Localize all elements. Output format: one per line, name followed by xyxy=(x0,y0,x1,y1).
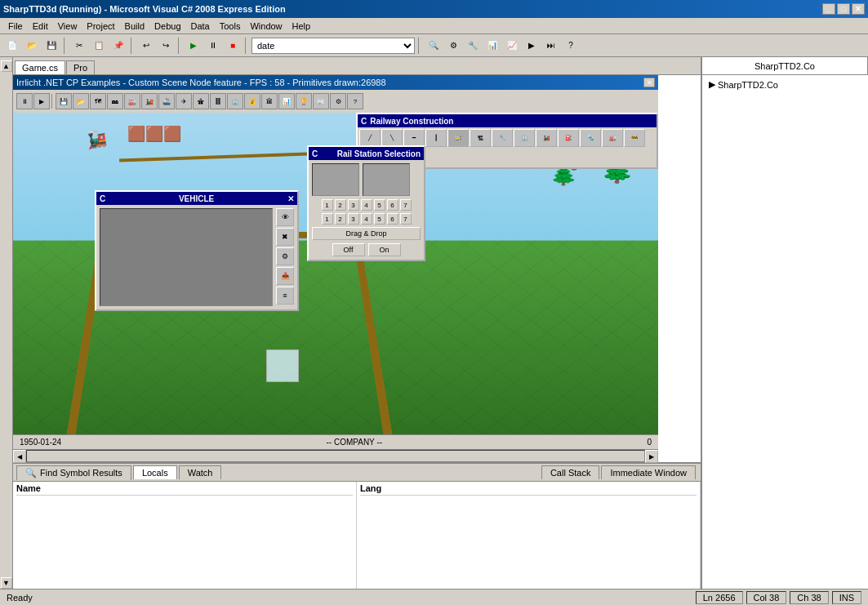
tb-btn-6[interactable]: ▶ xyxy=(523,37,541,55)
call-stack-tab[interactable]: Call Stack xyxy=(541,465,600,479)
nav-arrow-down[interactable]: ▼ xyxy=(1,577,12,589)
watch-tab[interactable]: Watch xyxy=(179,465,222,479)
menu-data[interactable]: Data xyxy=(186,20,215,33)
num-btn-1-2[interactable]: 2 xyxy=(335,199,346,211)
game-tb-ship[interactable]: 🚢 xyxy=(158,93,175,109)
num-btn-1-4[interactable]: 4 xyxy=(361,199,372,211)
game-tb-load[interactable]: 📂 xyxy=(73,93,89,109)
maximize-button[interactable]: □ xyxy=(837,3,850,15)
stop-button[interactable]: ■ xyxy=(224,37,242,55)
game-tb-news[interactable]: 📰 xyxy=(313,93,329,109)
tb-btn-4[interactable]: 📊 xyxy=(483,37,501,55)
rw-btn-10[interactable]: ⛽ xyxy=(558,129,579,147)
num-btn-2-4[interactable]: 4 xyxy=(361,213,372,225)
menu-file[interactable]: File xyxy=(3,20,28,33)
rw-btn-4[interactable]: ┃ xyxy=(425,129,447,147)
game-tb-graph[interactable]: 📊 xyxy=(278,93,295,109)
num-btn-1-3[interactable]: 3 xyxy=(348,199,359,211)
copy-button[interactable]: 📋 xyxy=(90,37,108,55)
num-btn-2-5[interactable]: 5 xyxy=(374,213,385,225)
game-tb-finance[interactable]: 💰 xyxy=(244,93,260,109)
tb-btn-8[interactable]: ? xyxy=(562,37,580,55)
game-tb-vehicle[interactable]: 🚂 xyxy=(141,93,158,109)
minimize-button[interactable]: _ xyxy=(822,3,835,15)
rw-btn-8[interactable]: 🏢 xyxy=(514,129,535,147)
solution-tree-item[interactable]: ▶ SharpTTD2.Co xyxy=(706,78,865,91)
nav-arrow-up[interactable]: ▲ xyxy=(1,60,12,72)
locals-tab[interactable]: Locals xyxy=(133,465,177,479)
scroll-left-btn[interactable]: ◀ xyxy=(13,450,26,463)
vehicle-edit-btn[interactable]: ✖ xyxy=(276,228,294,246)
redo-button[interactable]: ↪ xyxy=(157,37,175,55)
menu-build[interactable]: Build xyxy=(120,20,149,33)
menu-debug[interactable]: Debug xyxy=(149,20,185,33)
num-btn-1-6[interactable]: 6 xyxy=(387,199,398,211)
vehicle-view-btn[interactable]: 👁 xyxy=(276,208,294,226)
station-preview-2[interactable] xyxy=(363,163,410,196)
game-tb-map[interactable]: 🗺 xyxy=(90,93,106,109)
start-button[interactable]: ▶ xyxy=(185,37,203,55)
rw-btn-12[interactable]: 🏭 xyxy=(602,129,623,147)
tab-gamecs[interactable]: Game.cs xyxy=(15,60,65,74)
game-tb-plane[interactable]: ✈ xyxy=(176,93,192,109)
tb-btn-3[interactable]: 🔧 xyxy=(464,37,482,55)
game-tb-industry[interactable]: 🏭 xyxy=(124,93,140,109)
num-btn-2-7[interactable]: 7 xyxy=(400,213,412,225)
save-button[interactable]: 💾 xyxy=(42,37,60,55)
menu-help[interactable]: Help xyxy=(287,20,316,33)
rw-btn-11[interactable]: 🔩 xyxy=(580,129,601,147)
undo-button[interactable]: ↩ xyxy=(137,37,155,55)
rw-btn-3[interactable]: ━ xyxy=(403,129,425,147)
station-preview-1[interactable] xyxy=(312,163,359,196)
menu-edit[interactable]: Edit xyxy=(28,20,53,33)
on-button[interactable]: On xyxy=(368,243,401,256)
find-symbol-tab[interactable]: 🔍 Find Symbol Results xyxy=(16,465,131,480)
paste-button[interactable]: 📌 xyxy=(109,37,127,55)
vehicle-close-button[interactable]: ✕ xyxy=(287,194,294,203)
menu-tools[interactable]: Tools xyxy=(215,20,246,33)
rw-btn-1[interactable]: ╱ xyxy=(359,129,381,147)
game-tb-help[interactable]: ? xyxy=(347,93,363,109)
rw-btn-5[interactable]: 🚉 xyxy=(447,129,469,147)
open-button[interactable]: 📂 xyxy=(23,37,41,55)
drag-drop-button[interactable]: Drag & Drop xyxy=(312,227,421,240)
game-tb-pause[interactable]: ⏸ xyxy=(16,93,33,109)
rw-btn-2[interactable]: ╲ xyxy=(381,129,403,147)
game-tb-rail[interactable]: 🛤 xyxy=(210,93,226,109)
num-btn-2-3[interactable]: 3 xyxy=(348,213,359,225)
game-tb-road[interactable]: 🛣 xyxy=(193,93,209,109)
num-btn-1-1[interactable]: 1 xyxy=(322,199,333,211)
scroll-right-btn[interactable]: ▶ xyxy=(645,450,658,463)
tb-btn-1[interactable]: 🔍 xyxy=(425,37,443,55)
rw-btn-7[interactable]: 🔧 xyxy=(492,129,513,147)
game-close-button[interactable]: ✕ xyxy=(643,78,655,87)
immediate-window-tab[interactable]: Immediate Window xyxy=(601,465,696,479)
pause-button[interactable]: ⏸ xyxy=(204,37,222,55)
new-button[interactable]: 📄 xyxy=(3,37,21,55)
game-tb-play[interactable]: ▶ xyxy=(33,93,50,109)
scroll-track[interactable] xyxy=(26,450,645,462)
game-tb-airport[interactable]: 🏢 xyxy=(227,93,243,109)
rw-btn-9[interactable]: 🚂 xyxy=(536,129,557,147)
num-btn-1-5[interactable]: 5 xyxy=(374,199,385,211)
solution-explorer-tab[interactable]: SharpTTD2.Co xyxy=(702,57,868,74)
num-btn-2-1[interactable]: 1 xyxy=(322,213,333,225)
menu-window[interactable]: Window xyxy=(245,20,287,33)
game-tb-options[interactable]: ⚙ xyxy=(330,93,346,109)
config-combo[interactable]: date xyxy=(251,38,415,54)
close-button[interactable]: ✕ xyxy=(852,3,865,15)
tb-btn-2[interactable]: ⚙ xyxy=(444,37,462,55)
vehicle-send-btn[interactable]: 📤 xyxy=(276,267,294,285)
tb-btn-5[interactable]: 📈 xyxy=(503,37,521,55)
rw-btn-6[interactable]: 🏗 xyxy=(470,129,491,147)
tb-btn-7[interactable]: ⏭ xyxy=(542,37,560,55)
tab-pro[interactable]: Pro xyxy=(66,60,95,74)
menu-project[interactable]: Project xyxy=(82,20,119,33)
game-viewport[interactable]: 🚂 🟫🟫🟫 🌲 🌲 🌲 🌲 🌲 xyxy=(13,113,658,449)
num-btn-2-2[interactable]: 2 xyxy=(335,213,346,225)
num-btn-1-7[interactable]: 7 xyxy=(400,199,412,211)
game-tb-town[interactable]: 🏘 xyxy=(107,93,123,109)
menu-view[interactable]: View xyxy=(53,20,82,33)
rw-btn-13[interactable]: 🚧 xyxy=(624,129,645,147)
game-tb-save[interactable]: 💾 xyxy=(56,93,72,109)
